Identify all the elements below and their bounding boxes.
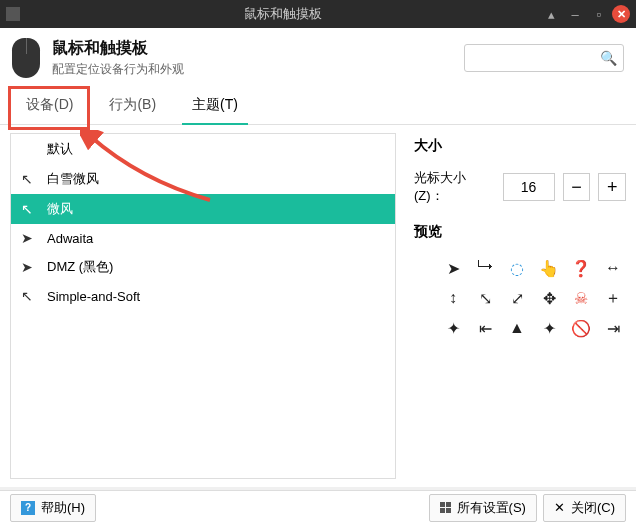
cursor-neresize-icon: ⤢	[508, 289, 526, 307]
cursor-pointer2-icon: ✦	[444, 319, 462, 337]
footer-close-button[interactable]: ✕ 关闭(C)	[543, 494, 626, 522]
size-increase-button[interactable]: +	[598, 173, 626, 201]
search-box[interactable]: 🔍	[464, 44, 624, 72]
tab-devices[interactable]: 设备(D)	[8, 86, 91, 124]
theme-label: Simple-and-Soft	[47, 289, 140, 304]
cursor-busy-icon: ◌	[508, 259, 526, 277]
theme-label: DMZ (黑色)	[47, 258, 113, 276]
theme-item-breeze[interactable]: ↖ 微风	[11, 194, 395, 224]
help-icon: ?	[21, 501, 35, 515]
preview-section-title: 预览	[414, 223, 626, 241]
cursor-size-label: 光标大小(Z)：	[414, 169, 495, 205]
cursor-preview-grid: ➤ ⮡ ◌ 👆 ❓ ↔ ↕ ⤡ ⤢ ✥ ☠ ＋ ✦ ⇤ ▲ ✦ 🚫 ⇥	[414, 255, 626, 337]
tab-behavior[interactable]: 行为(B)	[91, 86, 174, 124]
close-icon: ✕	[554, 500, 565, 515]
size-decrease-button[interactable]: −	[563, 173, 591, 201]
cursor-hsplit2-icon: ⇥	[604, 319, 622, 337]
grid-icon	[440, 502, 451, 513]
maximize-button[interactable]: ▫	[588, 3, 610, 25]
right-panel: 大小 光标大小(Z)： − + 预览 ➤ ⮡ ◌ 👆 ❓ ↔ ↕ ⤡ ⤢ ✥ ☠…	[396, 133, 626, 479]
cursor-copy-icon: ⮡	[476, 259, 494, 277]
cursor-up-icon: ▲	[508, 319, 526, 337]
size-section-title: 大小	[414, 137, 626, 155]
minimize-button[interactable]: –	[564, 3, 586, 25]
cursor-icon: ↖	[21, 288, 37, 304]
cursor-help-icon: ❓	[572, 259, 590, 277]
theme-item-dmz[interactable]: ➤ DMZ (黑色)	[11, 252, 395, 282]
mouse-icon	[12, 38, 40, 78]
cursor-arrow-icon: ➤	[444, 259, 462, 277]
cursor-icon: ➤	[21, 230, 37, 246]
rollup-button[interactable]: ▴	[540, 3, 562, 25]
cursor-hand-icon: 👆	[540, 259, 558, 277]
all-settings-button[interactable]: 所有设置(S)	[429, 494, 537, 522]
cursor-tree-icon: ✦	[540, 319, 558, 337]
theme-item-snow[interactable]: ↖ 白雪微风	[11, 164, 395, 194]
cursor-nwresize-icon: ⤡	[476, 289, 494, 307]
cursor-size-input[interactable]	[503, 173, 555, 201]
cursor-kill-icon: ☠	[572, 289, 590, 307]
cursor-icon: ↖	[21, 171, 37, 187]
titlebar: 鼠标和触摸板 ▴ – ▫ ✕	[0, 0, 636, 28]
theme-label: Adwaita	[47, 231, 93, 246]
page-subtitle: 配置定位设备行为和外观	[52, 61, 184, 78]
header: 鼠标和触摸板 配置定位设备行为和外观 🔍	[0, 28, 636, 86]
search-icon: 🔍	[600, 50, 617, 66]
content: 默认 ↖ 白雪微风 ↖ 微风 ➤ Adwaita ➤ DMZ (黑色) ↖ Si…	[0, 125, 636, 487]
tabs: 设备(D) 行为(B) 主题(T)	[0, 86, 636, 125]
cursor-cross-icon: ＋	[604, 289, 622, 307]
cursor-move-icon: ✥	[540, 289, 558, 307]
cursor-hsplit-icon: ⇤	[476, 319, 494, 337]
theme-item-adwaita[interactable]: ➤ Adwaita	[11, 224, 395, 252]
theme-item-simple[interactable]: ↖ Simple-and-Soft	[11, 282, 395, 310]
theme-label: 默认	[47, 140, 73, 158]
cursor-forbidden-icon: 🚫	[572, 319, 590, 337]
all-settings-label: 所有设置(S)	[457, 499, 526, 517]
cursor-hresize-icon: ↔	[604, 259, 622, 277]
window-title: 鼠标和触摸板	[28, 5, 538, 23]
tab-theme[interactable]: 主题(T)	[174, 86, 256, 124]
theme-list[interactable]: 默认 ↖ 白雪微风 ↖ 微风 ➤ Adwaita ➤ DMZ (黑色) ↖ Si…	[10, 133, 396, 479]
help-label: 帮助(H)	[41, 499, 85, 517]
page-title: 鼠标和触摸板	[52, 38, 184, 59]
theme-label: 微风	[47, 200, 73, 218]
cursor-icon: ↖	[21, 201, 37, 217]
search-input[interactable]	[471, 51, 600, 66]
close-label: 关闭(C)	[571, 499, 615, 517]
app-icon	[6, 7, 20, 21]
help-button[interactable]: ? 帮助(H)	[10, 494, 96, 522]
theme-label: 白雪微风	[47, 170, 99, 188]
close-button[interactable]: ✕	[612, 5, 630, 23]
theme-item-default[interactable]: 默认	[11, 134, 395, 164]
footer: ? 帮助(H) 所有设置(S) ✕ 关闭(C)	[0, 490, 636, 524]
cursor-icon: ➤	[21, 259, 37, 275]
cursor-vresize-icon: ↕	[444, 289, 462, 307]
